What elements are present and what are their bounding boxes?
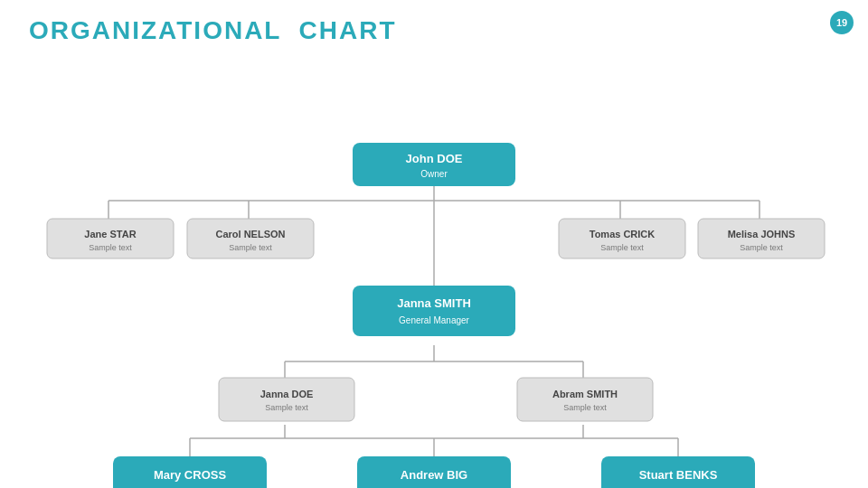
- melisa-johns-role: Sample text: [740, 243, 783, 252]
- janna-doe-name: Janna DOE: [260, 389, 314, 399]
- org-chart: John DOE Owner Jane STAR Sample text Car…: [0, 63, 868, 488]
- andrew-big-name: Andrew BIG: [401, 468, 467, 482]
- melisa-johns-name: Melisa JOHNS: [728, 229, 796, 239]
- tomas-crick-name: Tomas CRICK: [590, 229, 656, 239]
- carol-nelson-name: Carol NELSON: [215, 229, 285, 239]
- john-doe-name: John DOE: [406, 152, 463, 165]
- node-janna-smith: [353, 286, 515, 336]
- tomas-crick-role: Sample text: [600, 243, 644, 252]
- janna-doe-role: Sample text: [265, 403, 308, 412]
- mary-cross-name: Mary CROSS: [154, 468, 227, 482]
- abram-smith-role: Sample text: [563, 403, 607, 412]
- page-number: 19: [830, 11, 854, 34]
- abram-smith-name: Abram SMITH: [552, 389, 618, 399]
- jane-star-name: Jane STAR: [84, 229, 136, 239]
- node-janna-doe: [219, 378, 354, 421]
- janna-smith-name: Janna SMITH: [397, 296, 471, 310]
- janna-smith-role: General Manager: [399, 315, 469, 325]
- node-abram-smith: [517, 378, 653, 421]
- chart-svg: John DOE Owner Jane STAR Sample text Car…: [0, 63, 868, 488]
- john-doe-role: Owner: [420, 169, 448, 179]
- stuart-benks-name: Stuart BENKS: [639, 468, 718, 482]
- jane-star-role: Sample text: [89, 243, 132, 252]
- carol-nelson-role: Sample text: [229, 243, 272, 252]
- page-title: ORGANIZATIONAL CHART: [29, 16, 397, 45]
